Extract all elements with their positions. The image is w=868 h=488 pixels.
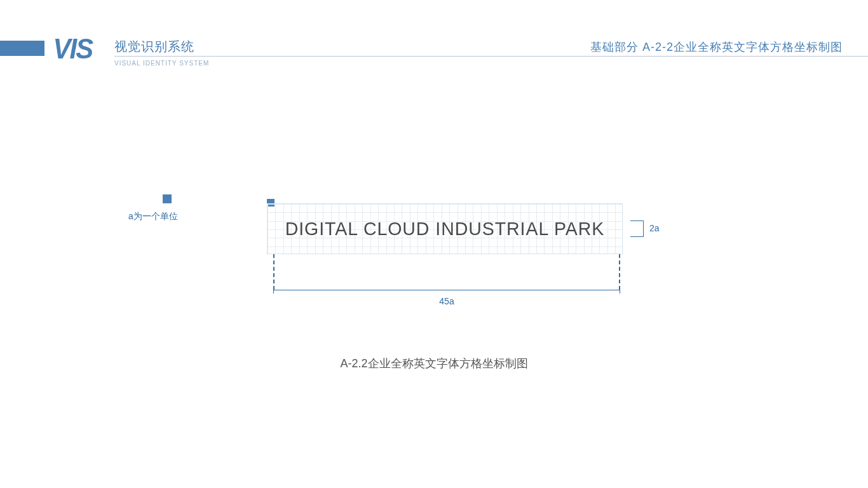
figure-caption: A-2.2企业全称英文字体方格坐标制图 (0, 356, 868, 371)
width-dimension-line (273, 290, 620, 290)
width-dimension-label: 45a (273, 296, 620, 306)
accent-bar (0, 41, 44, 56)
vis-manual-page: VIS 视觉识别系统 VISUAL IDENTITY SYSTEM 基础部分 A… (0, 0, 868, 488)
page-subtitle-en: VISUAL IDENTITY SYSTEM (114, 60, 209, 67)
unit-swatch-icon (163, 194, 172, 203)
page-section-title: 基础部分 A-2-2企业全称英文字体方格坐标制图 (590, 39, 843, 55)
header-divider (114, 56, 868, 57)
unit-legend-label: a为一个单位 (128, 211, 178, 222)
company-wordmark-en: DIGITAL CLOUD INDUSTRIAL PARK (276, 203, 614, 254)
vis-logo: VIS (53, 33, 93, 65)
page-title-cn: 视觉识别系统 (114, 38, 194, 55)
width-guide-left (273, 254, 275, 290)
height-dimension-label: 2a (649, 223, 660, 233)
width-guide-right (619, 254, 620, 290)
height-dimension: 2a (630, 220, 653, 237)
